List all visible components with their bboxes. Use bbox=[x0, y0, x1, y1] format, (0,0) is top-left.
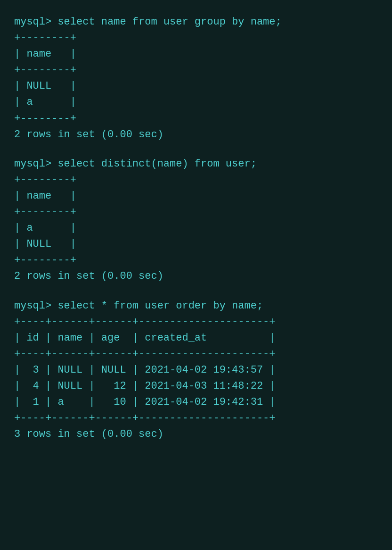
query-block-1: mysql> select name from user group by na… bbox=[14, 14, 378, 143]
query-output-3: mysql> select * from user order by name;… bbox=[14, 298, 378, 443]
query-block-2: mysql> select distinct(name) from user; … bbox=[14, 156, 378, 285]
query-output-1: mysql> select name from user group by na… bbox=[14, 14, 378, 143]
terminal-window: mysql> select name from user group by na… bbox=[0, 0, 392, 550]
query-output-2: mysql> select distinct(name) from user; … bbox=[14, 156, 378, 285]
query-block-3: mysql> select * from user order by name;… bbox=[14, 298, 378, 443]
